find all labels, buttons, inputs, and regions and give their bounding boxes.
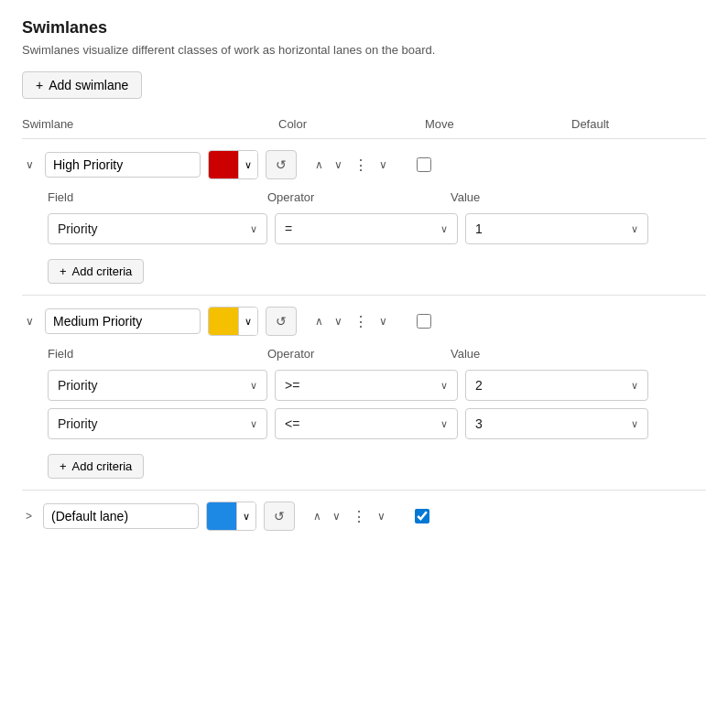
col-swimlane: Swimlane <box>22 117 278 131</box>
medium-priority-color-dropdown-button[interactable]: ∨ <box>238 307 257 335</box>
col-default: Default <box>571 117 645 131</box>
default-lane-expand-move-button[interactable]: ∨ <box>374 506 389 526</box>
medium-priority-add-criteria-button[interactable]: + Add criteria <box>48 454 144 479</box>
high-priority-expand-move-button[interactable]: ∨ <box>375 155 391 175</box>
add-criteria-plus-icon-2: + <box>60 459 67 473</box>
medium-priority-field-select-2[interactable]: Priority ∨ <box>48 408 267 439</box>
medium-priority-criteria-area: Field Operator Value Priority ∨ >= ∨ 2 ∨… <box>22 347 706 479</box>
medium-priority-more-button[interactable]: ⋮ <box>350 311 372 332</box>
default-lane-move-controls: ∧ ∨ ⋮ ∨ <box>310 506 389 527</box>
high-priority-field-chevron: ∨ <box>250 223 257 235</box>
swimlane-medium-priority: ∨ ∨ ↺ ∧ ∨ ⋮ ∨ Field Operator Value Prior… <box>22 296 706 491</box>
operator-header-2: Operator <box>267 347 451 361</box>
high-priority-move-up-button[interactable]: ∧ <box>311 155 327 175</box>
medium-priority-criteria-row-2: Priority ∨ <= ∨ 3 ∨ <box>48 408 706 439</box>
add-swimlane-label: Add swimlane <box>49 78 128 92</box>
default-lane-color-dropdown-button[interactable]: ∨ <box>236 502 255 530</box>
high-priority-criteria-area: Field Operator Value Priority ∨ = ∨ 1 ∨ … <box>22 190 706 284</box>
default-lane-more-button[interactable]: ⋮ <box>348 506 370 527</box>
default-lane-color-picker: ∨ <box>206 502 256 531</box>
field-header-2: Field <box>48 347 267 361</box>
medium-priority-value-select-1[interactable]: 2 ∨ <box>465 370 648 401</box>
add-criteria-label-2: Add criteria <box>72 459 133 473</box>
medium-priority-value-value-1: 2 <box>475 378 483 393</box>
high-priority-more-button[interactable]: ⋮ <box>350 155 372 176</box>
medium-priority-field-value-1: Priority <box>58 378 98 393</box>
high-priority-field-value: Priority <box>58 221 98 236</box>
field-header-1: Field <box>48 190 267 204</box>
default-lane-color-swatch <box>207 502 236 530</box>
operator-header-1: Operator <box>267 190 451 204</box>
medium-priority-field-chevron-2: ∨ <box>250 418 257 430</box>
default-lane-name-input[interactable] <box>43 503 199 529</box>
high-priority-field-select[interactable]: Priority ∨ <box>48 213 267 244</box>
medium-priority-move-down-button[interactable]: ∨ <box>331 311 346 331</box>
high-priority-default-checkbox[interactable] <box>417 157 431 172</box>
medium-priority-name-input[interactable] <box>45 308 201 334</box>
medium-priority-refresh-button[interactable]: ↺ <box>266 307 297 336</box>
collapse-medium-priority-button[interactable]: ∨ <box>22 311 38 331</box>
high-priority-value-chevron: ∨ <box>631 223 638 235</box>
high-priority-color-picker: ∨ <box>208 150 258 179</box>
high-priority-color-swatch <box>209 151 238 178</box>
swimlane-default-lane: > ∨ ↺ ∧ ∨ ⋮ ∨ <box>22 491 706 553</box>
high-priority-move-controls: ∧ ∨ ⋮ ∨ <box>311 155 391 176</box>
medium-priority-field-select-1[interactable]: Priority ∨ <box>48 370 267 401</box>
column-headers: Swimlane Color Move Default <box>22 117 706 139</box>
add-swimlane-button[interactable]: + Add swimlane <box>22 71 142 99</box>
high-priority-move-down-button[interactable]: ∨ <box>331 155 346 175</box>
high-priority-value-value: 1 <box>475 221 483 236</box>
high-priority-operator-value: = <box>285 221 292 236</box>
medium-priority-default-checkbox[interactable] <box>417 314 431 329</box>
medium-priority-operator-select-2[interactable]: <= ∨ <box>275 408 458 439</box>
medium-priority-field-headers: Field Operator Value <box>48 347 706 361</box>
medium-priority-move-up-button[interactable]: ∧ <box>311 311 327 331</box>
default-lane-default-checkbox[interactable] <box>415 509 429 523</box>
swimlane-high-priority: ∨ ∨ ↺ ∧ ∨ ⋮ ∨ Field Operator Value Prior… <box>22 139 706 296</box>
high-priority-operator-select[interactable]: = ∨ <box>275 213 458 244</box>
add-criteria-plus-icon-1: + <box>60 264 67 278</box>
high-priority-criteria-row-1: Priority ∨ = ∨ 1 ∨ <box>48 213 706 244</box>
col-move: Move <box>425 117 571 131</box>
plus-icon: + <box>36 78 43 92</box>
high-priority-refresh-button[interactable]: ↺ <box>266 150 297 179</box>
medium-priority-color-picker: ∨ <box>208 307 258 336</box>
medium-priority-field-chevron-1: ∨ <box>250 380 257 392</box>
medium-priority-value-chevron-1: ∨ <box>631 380 638 392</box>
add-criteria-label-1: Add criteria <box>72 264 133 278</box>
medium-priority-operator-chevron-1: ∨ <box>440 380 448 392</box>
medium-priority-field-value-2: Priority <box>58 416 98 431</box>
medium-priority-criteria-row-1: Priority ∨ >= ∨ 2 ∨ <box>48 370 706 401</box>
high-priority-value-select[interactable]: 1 ∨ <box>465 213 648 244</box>
medium-priority-operator-value-1: >= <box>285 378 299 393</box>
medium-priority-value-chevron-2: ∨ <box>631 418 638 430</box>
page-subtitle: Swimlanes visualize different classes of… <box>22 43 706 57</box>
high-priority-field-headers: Field Operator Value <box>48 190 706 204</box>
default-lane-refresh-button[interactable]: ↺ <box>264 502 295 531</box>
medium-priority-expand-move-button[interactable]: ∨ <box>375 311 391 331</box>
default-lane-move-up-button[interactable]: ∧ <box>310 506 325 526</box>
medium-priority-value-value-2: 3 <box>475 416 483 431</box>
medium-priority-color-swatch <box>209 307 238 335</box>
value-header-2: Value <box>451 347 634 361</box>
collapse-high-priority-button[interactable]: ∨ <box>22 155 38 175</box>
medium-priority-value-select-2[interactable]: 3 ∨ <box>465 408 648 439</box>
high-priority-operator-chevron: ∨ <box>440 223 448 235</box>
col-color: Color <box>278 117 425 131</box>
value-header-1: Value <box>451 190 634 204</box>
high-priority-color-dropdown-button[interactable]: ∨ <box>238 151 257 178</box>
expand-default-lane-button[interactable]: > <box>22 506 36 526</box>
high-priority-add-criteria-button[interactable]: + Add criteria <box>48 259 144 284</box>
medium-priority-operator-value-2: <= <box>285 416 299 431</box>
medium-priority-operator-chevron-2: ∨ <box>440 418 448 430</box>
high-priority-name-input[interactable] <box>45 152 201 178</box>
medium-priority-move-controls: ∧ ∨ ⋮ ∨ <box>311 311 391 332</box>
default-lane-move-down-button[interactable]: ∨ <box>329 506 344 526</box>
page-title: Swimlanes <box>22 18 706 38</box>
medium-priority-operator-select-1[interactable]: >= ∨ <box>275 370 458 401</box>
